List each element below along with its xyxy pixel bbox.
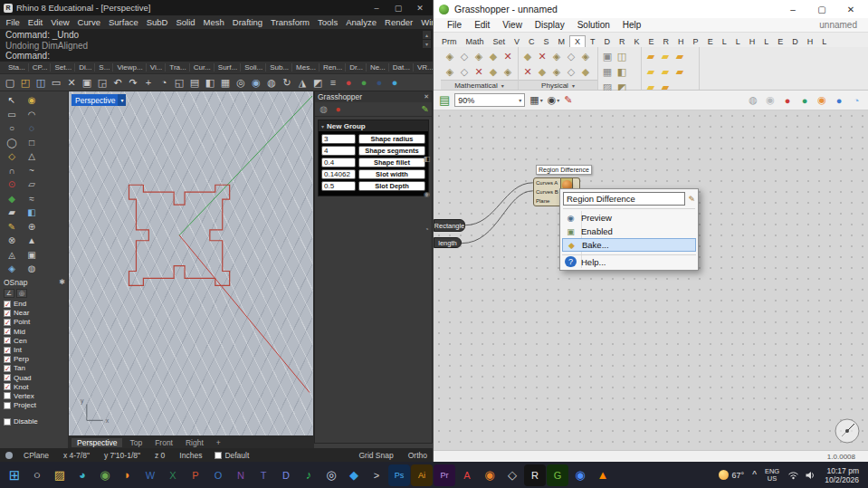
parameter-value-box[interactable]: 0.14062 (321, 169, 356, 179)
toolbar-tab[interactable]: Sub... (267, 63, 292, 72)
menu-item[interactable]: File (2, 17, 24, 27)
component-icon[interactable]: ▣ (600, 49, 615, 64)
toolbar-tab[interactable]: Set... (52, 63, 75, 72)
context-menu-item[interactable]: ? Help... (562, 254, 696, 268)
parameter-value-box[interactable]: 0.4 (321, 158, 356, 167)
osnap-toggle[interactable]: ✓ End (4, 300, 65, 309)
component-icon[interactable]: ◆ (535, 64, 549, 80)
taskbar-app-icon[interactable]: Pr (434, 464, 455, 486)
side-tool-icon[interactable]: ◧ (22, 206, 42, 220)
component-input[interactable]: Curves A (534, 178, 560, 187)
category-tab[interactable]: E (773, 36, 787, 47)
rail-icon[interactable]: ◧ (424, 155, 431, 163)
toolbar-tab[interactable]: Sta... (5, 63, 29, 72)
toolbar-icon[interactable]: ▣ (80, 75, 94, 90)
component-icon[interactable]: ◇ (457, 49, 472, 64)
chevron-down-icon[interactable]: ▾ (557, 97, 559, 103)
side-tool-icon[interactable]: ~ (22, 164, 42, 178)
taskbar-app-icon[interactable]: ⊞ (4, 464, 25, 486)
volume-icon[interactable] (805, 471, 816, 480)
taskbar-app-icon[interactable]: Ps (388, 464, 410, 486)
toolbar-tab[interactable]: Ne... (367, 63, 389, 72)
component-icon[interactable]: ◈ (472, 49, 486, 64)
toolbar-tab[interactable]: Viewp... (114, 63, 146, 72)
parameter-value-box[interactable]: 0.5 (321, 181, 356, 191)
taskbar-app-icon[interactable]: Ai (411, 464, 433, 486)
toolbar-icon[interactable]: + (141, 75, 156, 90)
osnap-toggle[interactable]: ✓ Perp (4, 355, 65, 364)
toolbar-tab[interactable]: Di... (76, 63, 95, 72)
side-tool-icon[interactable]: ◉ (22, 93, 42, 108)
menu-item[interactable]: Solid (172, 17, 199, 27)
panel-tool-icon[interactable]: ● (332, 103, 344, 115)
toolbar-icon[interactable]: ◍ (264, 75, 279, 90)
gear-icon[interactable]: ✱ (59, 278, 65, 286)
checkbox[interactable]: ✓ (4, 374, 11, 381)
parameter-value-box[interactable]: 3 (321, 134, 356, 144)
default-label[interactable]: Default (224, 451, 249, 460)
side-tool-icon[interactable]: ◍ (22, 262, 42, 276)
chevron-down-icon[interactable]: ▾ (519, 97, 521, 103)
taskbar-app-icon[interactable]: ▨ (49, 464, 71, 486)
chevron-down-icon[interactable]: ▾ (540, 97, 543, 103)
ortho-toggle[interactable]: Ortho (408, 451, 427, 460)
menu-item[interactable]: Surface (104, 17, 142, 27)
side-tool-icon[interactable]: ○ (2, 121, 22, 136)
component-icon[interactable]: ◈ (578, 49, 593, 64)
checkbox[interactable]: ✓ (4, 310, 11, 317)
weather-widget[interactable]: 67° (719, 470, 745, 480)
toolbar-tab[interactable]: Ren... (320, 63, 346, 72)
hidden-icons-chevron[interactable]: ^ (752, 470, 757, 480)
osnap-toggle[interactable]: Vertex (4, 391, 65, 400)
taskbar-app-icon[interactable]: ○ (26, 464, 48, 486)
grasshopper-canvas[interactable]: Rectanglelength Region Difference Curves… (434, 110, 868, 450)
taskbar-app-icon[interactable]: N (230, 464, 252, 486)
chevron-down-icon[interactable]: ▾ (572, 82, 575, 89)
taskbar-app-icon[interactable]: P (185, 464, 206, 486)
category-tab[interactable]: S (539, 36, 554, 47)
checkbox[interactable] (4, 402, 11, 409)
viewport-tab[interactable]: Front (149, 438, 178, 447)
category-tab[interactable]: D (787, 36, 803, 47)
toolbar-tab[interactable]: Soli... (242, 63, 266, 72)
component-icon[interactable]: ◇ (457, 64, 472, 80)
menu-item[interactable]: Solution (571, 20, 616, 30)
checkbox[interactable] (4, 418, 11, 426)
zoom-select[interactable]: 90% ▾ (454, 93, 525, 107)
side-tool-icon[interactable]: ✎ (2, 220, 22, 234)
side-tool-icon[interactable]: ◌ (22, 121, 42, 136)
category-tab[interactable]: D (600, 36, 615, 47)
side-tool-icon[interactable]: ◯ (2, 136, 22, 150)
wifi-icon[interactable] (787, 471, 799, 480)
menu-item[interactable]: Transform (267, 17, 314, 27)
context-menu-item[interactable]: ▣ Enabled (562, 225, 696, 238)
red-construction-line[interactable] (179, 235, 310, 393)
component-icon[interactable]: ◈ (501, 64, 515, 80)
side-tool-icon[interactable]: ▲ (22, 234, 42, 248)
menu-item[interactable]: Display (529, 20, 571, 30)
close-button[interactable]: ✕ (839, 1, 863, 17)
toolbar-tab[interactable]: S... (96, 63, 113, 72)
taskbar-app-icon[interactable]: ◇ (501, 464, 523, 486)
category-tab[interactable]: Prm (437, 36, 462, 47)
osnap-disable-toggle[interactable]: Disable (4, 417, 65, 426)
taskbar-app-icon[interactable]: > (366, 464, 387, 486)
viewport-drawing[interactable]: y x (69, 91, 313, 435)
component-icon[interactable]: ◇ (564, 49, 578, 64)
preview-eye-button[interactable]: ◉▾ (548, 94, 560, 106)
perspective-viewport[interactable]: Perspective ▾ y x (68, 91, 314, 436)
component-icon[interactable]: ◈ (549, 64, 564, 80)
panel-tool-icon[interactable]: ◍ (318, 103, 329, 115)
component-icon[interactable]: ◇ (564, 64, 578, 80)
side-tool-icon[interactable]: ▱ (22, 177, 42, 192)
toolbar-tab[interactable]: CP... (30, 63, 52, 72)
taskbar-app-icon[interactable]: W (139, 464, 161, 486)
category-tab[interactable]: M (554, 36, 570, 47)
toolbar-icon[interactable]: ◮ (295, 75, 310, 90)
toolbar-icon[interactable]: ↶ (110, 75, 125, 90)
toolbar-tab[interactable]: Cur... (191, 63, 215, 72)
osnap-toggle[interactable]: Project (4, 401, 65, 410)
side-tool-icon[interactable]: ◈ (2, 262, 22, 276)
component-icon[interactable]: ◧ (615, 64, 629, 80)
category-tab[interactable]: V (510, 36, 524, 47)
